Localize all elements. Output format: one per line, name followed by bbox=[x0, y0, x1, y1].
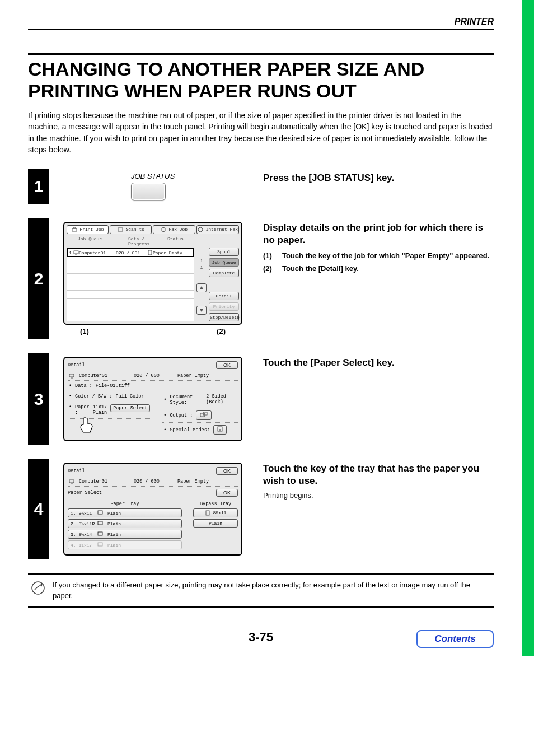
tray-button[interactable]: 3. 8½x14Plain bbox=[68, 530, 182, 539]
job-row-empty bbox=[67, 307, 194, 315]
page-down-button[interactable] bbox=[196, 306, 207, 315]
substep-1-text: Touch the key of the job for which "Pape… bbox=[282, 250, 489, 262]
paper-select-button[interactable]: Paper Select bbox=[110, 404, 150, 412]
col-status: Status bbox=[167, 236, 184, 246]
svg-rect-0 bbox=[72, 228, 77, 231]
docstyle-label: Document Style: bbox=[170, 394, 203, 405]
step-2-callout-row: (1) (2) bbox=[63, 327, 242, 335]
output-icon-button[interactable] bbox=[196, 410, 212, 420]
bypass-size-button[interactable]: 8½x11 bbox=[193, 508, 238, 517]
callout-1: (1) bbox=[80, 327, 89, 335]
svg-rect-10 bbox=[203, 412, 207, 415]
job-queue-button[interactable]: Job Queue bbox=[209, 258, 239, 267]
tab-internet-fax[interactable]: Internet Fax bbox=[196, 225, 239, 234]
tab-label: Print Job bbox=[79, 227, 104, 232]
step-number: 2 bbox=[28, 218, 49, 339]
svg-rect-18 bbox=[98, 532, 102, 535]
tray-button[interactable]: 2. 8½x11RPlain bbox=[68, 519, 182, 528]
page-number: 3-75 bbox=[249, 630, 273, 644]
detail-button[interactable]: Detail bbox=[209, 292, 239, 300]
tray-button[interactable]: 1. 8½x11Plain bbox=[68, 508, 182, 517]
job-row-empty bbox=[67, 291, 194, 299]
data-label: Data : bbox=[75, 383, 92, 389]
spool-button[interactable]: Spool bbox=[209, 248, 239, 256]
stop-delete-button[interactable]: Stop/Delete bbox=[209, 313, 239, 321]
tray-size: 4. 11x17 bbox=[71, 543, 95, 548]
substep-1-num: (1) bbox=[263, 250, 282, 262]
paper-tray-heading: Paper Tray bbox=[68, 501, 182, 507]
tray-button[interactable]: 4. 11x17Plain bbox=[68, 540, 182, 549]
paper-label: Paper : bbox=[75, 404, 90, 416]
step-number: 4 bbox=[28, 459, 49, 559]
computer-icon bbox=[69, 373, 74, 379]
fax-icon bbox=[161, 227, 166, 232]
computer-icon bbox=[73, 250, 79, 255]
svg-rect-7 bbox=[69, 374, 74, 377]
col-job-queue: Job Queue bbox=[68, 236, 128, 246]
svg-rect-4 bbox=[74, 251, 78, 254]
special-modes-button[interactable] bbox=[213, 425, 227, 435]
svg-rect-17 bbox=[98, 521, 102, 525]
priority-button[interactable]: Priority bbox=[209, 302, 239, 311]
tray-type: Plain bbox=[107, 543, 121, 548]
svg-rect-2 bbox=[118, 228, 123, 231]
job-sets: 020 / 001 bbox=[116, 250, 147, 255]
bypass-tray-heading: Bypass Tray bbox=[193, 501, 238, 507]
step-1: 1 JOB STATUS Press the [JOB STATUS] key. bbox=[28, 169, 494, 204]
tray-type: Plain bbox=[107, 521, 121, 526]
svg-rect-14 bbox=[69, 480, 74, 483]
job-row-empty bbox=[67, 282, 194, 291]
svg-rect-1 bbox=[73, 227, 76, 228]
contents-link[interactable]: Contents bbox=[416, 630, 494, 648]
svg-rect-20 bbox=[206, 511, 209, 515]
job-row-empty bbox=[67, 274, 194, 282]
detail-title: Detail bbox=[68, 362, 85, 368]
detail-screen: Detail OK Computer01 020 / 000 Paper Emp… bbox=[63, 357, 242, 441]
bypass-type-button[interactable]: Plain bbox=[193, 519, 238, 528]
tab-scan-to[interactable]: Scan to bbox=[110, 225, 152, 234]
svg-rect-6 bbox=[148, 250, 152, 255]
step-4-title: Touch the key of the tray that has the p… bbox=[263, 463, 490, 487]
paper-select-ok-button[interactable]: OK bbox=[216, 489, 238, 497]
step-2-title: Display details on the print job for whi… bbox=[263, 222, 490, 246]
tray-type: Plain bbox=[107, 532, 121, 537]
tray-type: Plain bbox=[107, 511, 121, 516]
complete-button[interactable]: Complete bbox=[209, 269, 239, 277]
section-header: PRINTER bbox=[28, 17, 494, 27]
step-4: 4 Detail OK Computer01 020 / 000 Paper E… bbox=[28, 459, 494, 559]
tray-orientation-icon bbox=[97, 542, 105, 548]
step-4-followup: Printing begins. bbox=[263, 491, 490, 500]
job-list: 1 Computer01 020 / 001 Paper Empty bbox=[67, 248, 194, 321]
job-row-empty bbox=[67, 257, 194, 265]
paper-icon bbox=[205, 510, 210, 516]
paper-select-title: Paper Select bbox=[68, 490, 102, 496]
tab-label: Scan to bbox=[125, 227, 144, 232]
data-value: File-01.tiff bbox=[96, 383, 130, 389]
svg-rect-16 bbox=[98, 511, 102, 514]
globe-icon bbox=[198, 227, 203, 232]
ok-button[interactable]: OK bbox=[216, 361, 238, 369]
color-label: Color / B/W : bbox=[75, 394, 112, 399]
ok-button[interactable]: OK bbox=[216, 467, 238, 475]
job-status-key-button[interactable] bbox=[131, 183, 166, 200]
svg-point-3 bbox=[198, 227, 203, 232]
page-up-button[interactable] bbox=[196, 283, 207, 292]
job-name: Computer01 bbox=[79, 250, 116, 255]
detail-title: Detail bbox=[68, 468, 85, 474]
page-footer: 3-75 Contents bbox=[28, 630, 494, 645]
page-content: PRINTER CHANGING TO ANOTHER PAPER SIZE A… bbox=[0, 0, 522, 656]
page-edge-green-bar bbox=[522, 0, 534, 656]
tab-fax-job[interactable]: Fax Job bbox=[153, 225, 195, 234]
step-1-instruction: Press the [JOB STATUS] key. bbox=[263, 172, 490, 184]
job-row-selected[interactable]: 1 Computer01 020 / 001 Paper Empty bbox=[67, 248, 194, 257]
step-1-graphic: JOB STATUS bbox=[49, 169, 256, 204]
step-number: 3 bbox=[28, 353, 49, 445]
detail-sets: 020 / 000 bbox=[134, 479, 173, 484]
title-rule bbox=[28, 53, 494, 55]
output-tray-icon bbox=[200, 412, 208, 417]
info-icon bbox=[217, 426, 223, 432]
substep-2-num: (2) bbox=[263, 263, 282, 274]
job-row-empty bbox=[67, 265, 194, 274]
tab-print-job[interactable]: Print Job bbox=[67, 225, 109, 234]
step-2-graphic: Print Job Scan to Fax Job Internet Fax bbox=[49, 218, 256, 339]
